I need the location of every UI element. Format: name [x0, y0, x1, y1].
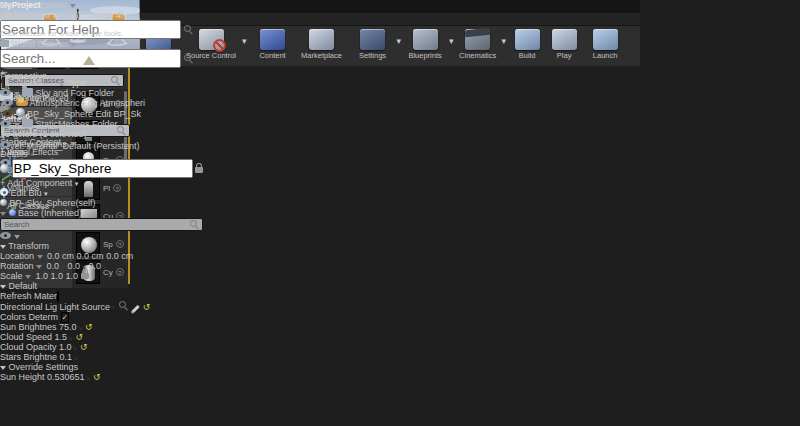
details-buttons-row: + Add Component ▾ Edit Blu ▾ — [0, 178, 203, 198]
expander-icon[interactable] — [0, 212, 6, 216]
revert-icon[interactable]: ↺ — [143, 302, 151, 312]
chevron-down-icon[interactable]: ▾ — [242, 36, 247, 46]
cinematics-button[interactable]: Cinematics — [456, 28, 500, 60]
search-icon — [184, 25, 193, 34]
blueprints-button[interactable]: Blueprints — [403, 28, 447, 60]
marketplace-button[interactable]: Marketplace — [297, 28, 347, 60]
outliner-row-sky-and-fog[interactable]: Sky and Fog Folder — [0, 88, 203, 98]
transform-section-header[interactable]: Transform — [0, 241, 203, 251]
override-settings-section-header[interactable]: Override Settings — [0, 362, 203, 372]
outliner-icon — [0, 40, 9, 47]
outliner-column-headers: Label ▲ Type — [0, 78, 203, 88]
settings-button[interactable]: Settings — [351, 28, 395, 60]
directional-light-dropdown[interactable]: Light Source — [60, 302, 117, 312]
outliner-row-staticmeshes[interactable]: StaticMeshes Folder — [0, 119, 203, 129]
edit-icon[interactable] — [131, 304, 140, 313]
eye-icon — [0, 141, 11, 148]
sort-ascending-icon: ▲ — [59, 81, 65, 87]
outliner-view-options-button[interactable]: View Options — [0, 139, 203, 149]
actor-name-input[interactable] — [12, 159, 193, 178]
gear-icon — [0, 188, 8, 196]
browse-icon[interactable] — [119, 301, 128, 310]
actor-icon — [0, 164, 9, 173]
chevron-down-icon[interactable] — [14, 235, 20, 239]
close-tab-icon[interactable]: × — [71, 41, 75, 48]
scale-z-field[interactable]: 1.0 — [66, 271, 79, 281]
details-search-box — [0, 218, 203, 231]
actor-name-row — [0, 159, 203, 178]
revert-icon[interactable]: ↺ — [93, 372, 101, 382]
chevron-down-icon[interactable] — [37, 255, 43, 259]
visibility-eye-icon[interactable] — [0, 89, 11, 96]
chevron-down-icon[interactable]: ▾ — [397, 36, 402, 46]
location-y-field[interactable]: 0.0 cm — [77, 251, 104, 261]
content-button[interactable]: Content — [251, 28, 295, 60]
visibility-eye-icon[interactable] — [2, 99, 13, 106]
launch-button[interactable]: Launch — [584, 28, 626, 60]
visibility-eye-icon[interactable] — [0, 120, 11, 127]
outliner-row-bp-sky-sphere[interactable]: BP_Sky_Sphere Edit BP_Sk — [0, 108, 203, 119]
popup-body: Click theicon for a tour of the tools. — [0, 29, 124, 38]
build-icon — [515, 29, 540, 50]
revert-icon[interactable]: ↺ — [75, 332, 83, 342]
build-button[interactable]: Build — [510, 28, 544, 60]
component-icon — [0, 199, 7, 206]
sun-height-row: Sun Height 0.530651↘ ↺ — [0, 372, 203, 382]
details-tab[interactable]: Details × — [0, 149, 203, 159]
chevron-down-icon: ▾ — [44, 190, 48, 197]
chevron-down-icon[interactable] — [25, 275, 31, 279]
expander-icon[interactable] — [14, 92, 20, 96]
location-x-field[interactable]: 0.0 cm — [47, 251, 74, 261]
play-button[interactable]: Play — [546, 28, 582, 60]
sun-height-field[interactable]: 0.530651↘ — [47, 372, 90, 382]
marketplace-icon — [309, 29, 334, 50]
label-column-header[interactable]: Label — [0, 78, 42, 88]
cinematics-icon — [465, 29, 490, 50]
revert-icon[interactable]: ↺ — [85, 322, 93, 332]
add-actor-button[interactable]: + — [0, 68, 203, 78]
popup-title: Welcome to Unreal Engine 4! — [0, 10, 124, 20]
component-icon — [9, 209, 16, 216]
location-row: Location 0.0 cm 0.0 cm 0.0 cm — [0, 251, 203, 261]
default-section-header[interactable]: Default — [0, 281, 203, 291]
world-outliner-tab[interactable]: World Outliner × — [0, 39, 203, 49]
type-column-header[interactable]: Type — [67, 78, 87, 88]
content-icon — [260, 29, 285, 50]
visibility-eye-icon[interactable] — [2, 110, 13, 117]
lock-icon[interactable] — [195, 167, 203, 173]
colors-determined-row: Colors Determ ✓ — [0, 312, 203, 322]
scale-x-field[interactable]: 1.0 — [36, 271, 49, 281]
eye-icon[interactable] — [0, 232, 11, 239]
atmospheric-fog-icon — [16, 100, 28, 106]
expand-icon: ↘ — [72, 344, 78, 351]
close-popup-icon[interactable]: × — [0, 0, 5, 10]
chevron-down-icon[interactable]: ▾ — [502, 36, 507, 46]
edit-blueprint-button[interactable]: Edit Blu ▾ — [0, 188, 203, 198]
close-tab-icon[interactable]: × — [30, 151, 34, 158]
scale-y-field[interactable]: 1.0 — [51, 271, 64, 281]
outliner-row-atmospheric-fog[interactable]: Atmospheric Fog Atmospheri — [0, 98, 203, 108]
chevron-down-icon[interactable] — [36, 265, 42, 269]
world-outliner-tabrow: World Outliner × — [0, 39, 203, 49]
lock-icon[interactable] — [81, 273, 89, 279]
chevron-down-icon — [70, 142, 76, 146]
actor-count: 15 actors (1 selected) — [0, 129, 87, 139]
details-search-input[interactable] — [4, 220, 187, 229]
rotation-z-field[interactable]: 0.0↘ — [88, 261, 106, 271]
expand-icon: ↘ — [72, 354, 78, 361]
rotation-x-field[interactable]: 0.0↘ — [47, 261, 65, 271]
component-self-row[interactable]: BP_Sky_Sphere(self) — [0, 198, 203, 208]
outliner-search-box — [0, 49, 203, 68]
cloud-opacity-field[interactable]: 1.0↘ — [59, 342, 77, 352]
location-z-field[interactable]: 0.0 cm — [106, 251, 133, 261]
plus-icon: + — [0, 178, 5, 188]
chevron-down-icon[interactable]: ▾ — [449, 36, 454, 46]
add-component-button[interactable]: + Add Component ▾ — [0, 178, 203, 188]
cloud-speed-field[interactable]: 1.5↘ — [55, 332, 73, 342]
component-base-row[interactable]: Base (Inherited) — [0, 208, 203, 218]
revert-icon[interactable]: ↺ — [80, 342, 88, 352]
sun-brightness-field[interactable]: 75.0↘ — [59, 322, 82, 332]
stars-brightness-field[interactable]: 0.1↘ — [60, 352, 78, 362]
expander-icon[interactable] — [14, 123, 20, 127]
launch-icon — [593, 29, 618, 50]
